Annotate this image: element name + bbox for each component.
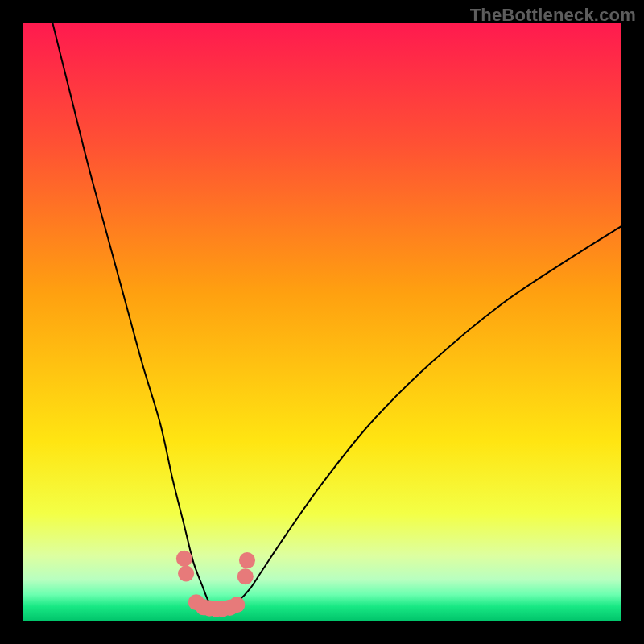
curve-marker	[178, 565, 194, 581]
bottleneck-curve	[52, 23, 621, 608]
chart-svg	[23, 23, 621, 621]
curve-marker	[176, 551, 192, 567]
watermark-text: TheBottleneck.com	[470, 5, 636, 26]
outer-frame: TheBottleneck.com	[0, 0, 644, 644]
plot-area	[23, 23, 621, 621]
curve-marker	[239, 552, 255, 568]
curve-marker	[229, 597, 245, 613]
curve-marker	[237, 568, 254, 584]
